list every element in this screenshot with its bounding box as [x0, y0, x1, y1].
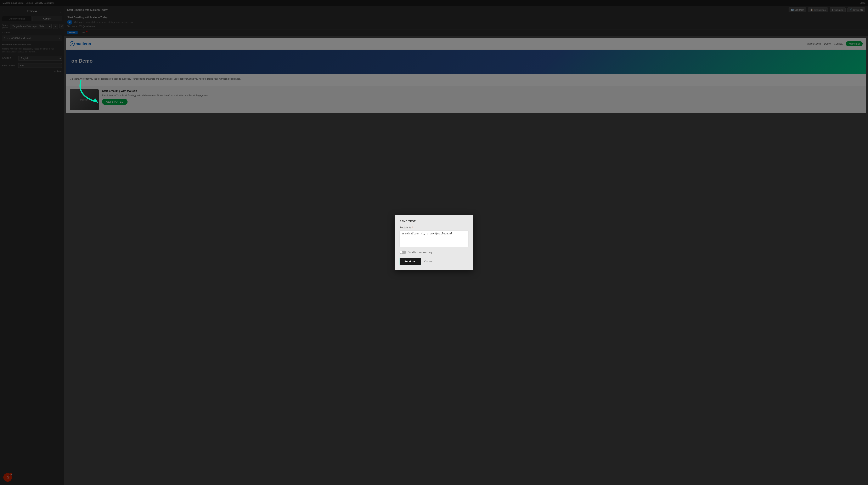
modal-overlay[interactable]: SEND TEST Recipients * bram@maileon.nl, … [0, 0, 868, 485]
modal-actions: Send test Cancel [400, 258, 468, 265]
modal-title: SEND TEST [400, 220, 468, 223]
recipients-textarea[interactable]: bram@maileon.nl, bram+3@maileon.nl [400, 230, 468, 247]
send-test-modal: SEND TEST Recipients * bram@maileon.nl, … [395, 215, 473, 270]
cancel-button[interactable]: Cancel [424, 260, 433, 263]
recipients-required: * [412, 226, 413, 229]
toggle-label: Send text version only [408, 251, 432, 254]
send-text-only-toggle[interactable] [400, 251, 406, 254]
send-test-button[interactable]: Send test [400, 258, 421, 265]
recipients-label: Recipients [400, 226, 411, 229]
